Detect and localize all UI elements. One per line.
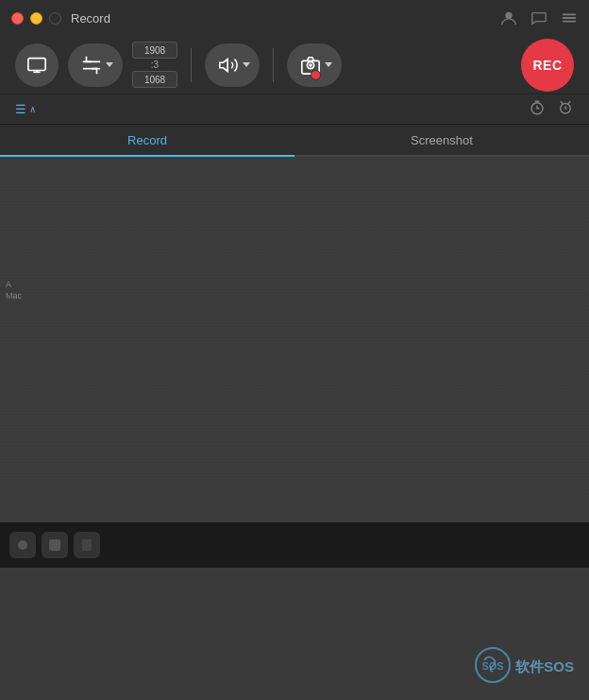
resolution-width[interactable] xyxy=(132,42,177,59)
svg-rect-2 xyxy=(563,17,576,19)
list-icon-symbol: ☰ xyxy=(15,102,26,116)
watermark: SOS 软件SOS xyxy=(475,647,574,687)
svg-point-0 xyxy=(505,12,512,19)
watermark-logo: SOS xyxy=(475,647,511,683)
svg-line-17 xyxy=(568,101,570,103)
camera-dropdown-icon xyxy=(325,62,332,67)
titlebar-actions xyxy=(500,9,578,26)
svg-rect-19 xyxy=(49,539,60,551)
svg-rect-4 xyxy=(28,58,45,70)
tabs: Record Screenshot xyxy=(0,125,589,157)
list-chevron-up: ∧ xyxy=(29,104,36,114)
toolbar-divider xyxy=(191,48,192,82)
maximize-button[interactable] xyxy=(49,12,61,25)
chat-icon[interactable] xyxy=(530,9,547,26)
tab-screenshot[interactable]: Screenshot xyxy=(294,125,589,157)
taskbar-icon-1 xyxy=(9,532,36,558)
list-toggle[interactable]: ☰ ∧ xyxy=(15,102,36,116)
bottom-area: SOS 软件SOS xyxy=(0,568,589,700)
resolution-ratio: :3 xyxy=(151,60,159,70)
crop-dropdown-icon xyxy=(106,62,113,67)
main-toolbar: :3 REC xyxy=(0,36,589,94)
timer-icon[interactable] xyxy=(529,99,546,120)
svg-rect-3 xyxy=(563,21,576,23)
svg-line-16 xyxy=(561,101,563,103)
svg-point-11 xyxy=(310,64,311,66)
taskbar-icon-3 xyxy=(74,532,100,558)
preview-area: A Mac xyxy=(0,157,589,522)
svg-point-18 xyxy=(18,540,27,550)
taskbar-icon-2 xyxy=(42,532,68,558)
camera-button[interactable] xyxy=(287,43,342,87)
crop-button[interactable] xyxy=(68,43,123,87)
alarm-icon[interactable] xyxy=(557,99,574,120)
svg-marker-9 xyxy=(220,59,227,71)
close-button[interactable] xyxy=(11,12,24,25)
menu-icon[interactable] xyxy=(561,9,578,26)
resolution-box: :3 xyxy=(132,42,177,88)
taskbar-area xyxy=(0,522,589,568)
secondary-toolbar: ☰ ∧ xyxy=(0,94,589,125)
person-icon[interactable] xyxy=(500,9,517,26)
record-button[interactable]: REC xyxy=(521,39,574,92)
camera-off-badge xyxy=(311,70,321,80)
minimize-button[interactable] xyxy=(30,12,42,25)
svg-rect-1 xyxy=(563,14,576,16)
resolution-height[interactable] xyxy=(132,71,177,88)
secondary-toolbar-right xyxy=(529,99,574,120)
traffic-lights xyxy=(11,12,61,25)
side-label: A Mac xyxy=(6,280,22,301)
tab-record[interactable]: Record xyxy=(0,125,294,157)
audio-button[interactable] xyxy=(205,43,260,87)
watermark-text: SOS xyxy=(475,647,511,687)
main-content: A Mac xyxy=(0,157,589,568)
toolbar-divider-2 xyxy=(273,48,274,82)
window-title: Record xyxy=(71,11,110,26)
screen-button[interactable] xyxy=(15,43,59,87)
title-bar: Record xyxy=(0,0,589,36)
audio-dropdown-icon xyxy=(243,62,250,67)
watermark-label: 软件SOS xyxy=(515,658,574,676)
